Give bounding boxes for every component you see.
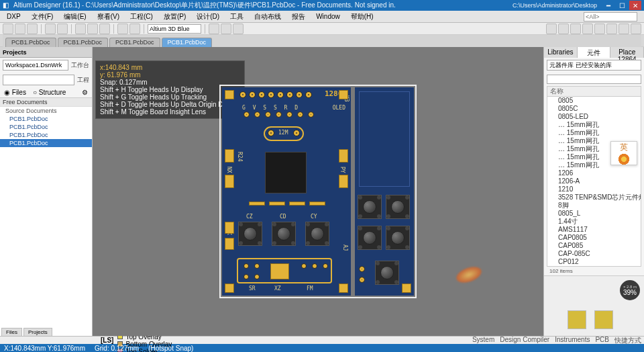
list-item[interactable]: 0805_L bbox=[547, 210, 641, 218]
menu-tools[interactable]: 工具 bbox=[226, 11, 248, 23]
menu-design[interactable]: 设计(D) bbox=[193, 11, 223, 23]
status-bar: X:140.843mm Y:61.976mm Grid: 0.127mm (Ho… bbox=[0, 344, 644, 352]
menu-place[interactable]: 放置(P) bbox=[160, 11, 190, 23]
doc-tab-strip: PCB1.PcbDoc PCB1.PcbDoc PCB1.PcbDoc PCB1… bbox=[0, 35, 644, 47]
list-item[interactable]: CAP-085C bbox=[547, 250, 641, 258]
library-filter[interactable] bbox=[547, 75, 641, 84]
tree-source-docs[interactable]: Source Documents bbox=[0, 107, 92, 115]
preview-swatch-1[interactable] bbox=[568, 310, 586, 329]
list-item[interactable]: 1206-A bbox=[547, 177, 641, 185]
tree-free-documents[interactable]: Free Documents bbox=[0, 98, 92, 107]
list-item[interactable]: 0805C bbox=[547, 105, 641, 113]
list-item[interactable]: AMS1117 bbox=[547, 226, 641, 234]
window-buttons: ━ ☐ ✕ bbox=[602, 1, 641, 10]
tb-redo[interactable] bbox=[129, 24, 140, 34]
list-item[interactable]: 1210 bbox=[547, 185, 641, 193]
panel-shortcut[interactable]: Instruments bbox=[555, 336, 590, 345]
close-button[interactable]: ✕ bbox=[629, 1, 641, 10]
list-item[interactable]: 3528 TENP&SMD芯片元件焊盘 bbox=[547, 193, 641, 202]
tb-paste[interactable] bbox=[99, 24, 110, 34]
rtab-place[interactable]: Place 12864 bbox=[610, 47, 644, 58]
tree-node-3[interactable]: PCB1.PcbDoc bbox=[0, 139, 92, 147]
panel-shortcut[interactable]: 快捷方式 bbox=[614, 336, 641, 345]
list-item[interactable]: 8脚 bbox=[547, 202, 641, 210]
project-combo[interactable] bbox=[3, 75, 74, 85]
filter-structure[interactable]: ○ Structure bbox=[33, 89, 66, 96]
filter-files[interactable]: ◉ Files bbox=[4, 89, 26, 96]
panel-shortcut[interactable]: PCB bbox=[595, 336, 609, 345]
status-grid: Grid: 0.127mm bbox=[95, 345, 139, 352]
menu-view[interactable]: 察看(V) bbox=[93, 11, 123, 23]
menu-search-input[interactable] bbox=[584, 12, 637, 21]
rtab-libraries[interactable]: Libraries bbox=[544, 47, 578, 58]
btn-b1 bbox=[358, 195, 382, 219]
list-item[interactable]: CAP085 bbox=[547, 242, 641, 250]
list-item[interactable]: 0805-LED bbox=[547, 113, 641, 121]
panel-shortcut[interactable]: Design Compiler bbox=[500, 336, 549, 345]
library-combo[interactable]: 元器件库 已经安装的库 bbox=[547, 60, 641, 71]
tb-save[interactable] bbox=[27, 24, 38, 34]
list-item[interactable]: 1.44寸 bbox=[547, 218, 641, 226]
doc-tab-0[interactable]: PCB1.PcbDoc bbox=[5, 38, 56, 47]
tb-place-text[interactable] bbox=[582, 24, 593, 34]
doc-tab-1[interactable]: PCB1.PcbDoc bbox=[58, 38, 109, 47]
tb-cut[interactable] bbox=[75, 24, 86, 34]
tb-print[interactable] bbox=[45, 24, 56, 34]
menu-reports[interactable]: 报告 bbox=[288, 11, 309, 23]
ime-flower-icon bbox=[611, 153, 637, 165]
tb-open[interactable] bbox=[15, 24, 25, 34]
list-item[interactable]: … 15mm网孔 bbox=[547, 121, 641, 129]
menu-project[interactable]: 工程(C) bbox=[126, 11, 157, 23]
menu-bar: DXP 文件(F) 编辑(E) 察看(V) 工程(C) 放置(P) 设计(D) … bbox=[0, 11, 644, 23]
tb-new[interactable] bbox=[3, 24, 13, 34]
left-tab-projects[interactable]: Projects bbox=[23, 328, 52, 336]
menu-autoroute[interactable]: 自动布线 bbox=[250, 11, 285, 23]
tree-node-0[interactable]: PCB1.PcbDoc bbox=[0, 115, 92, 123]
doc-tab-3[interactable]: PCB1.PcbDoc bbox=[162, 38, 213, 47]
tb-move[interactable] bbox=[631, 24, 641, 34]
component-list[interactable]: 名称 08050805C0805-LED… 15mm网孔… 15mm网孔… 15… bbox=[547, 86, 641, 267]
list-item[interactable]: … 15mm网孔 bbox=[547, 129, 641, 137]
tb-place-line[interactable] bbox=[546, 24, 557, 34]
rtab-components[interactable]: 元件 bbox=[578, 47, 611, 58]
menu-dxp[interactable]: DXP bbox=[3, 11, 25, 21]
button-cz bbox=[238, 222, 262, 246]
preview-swatch-2[interactable] bbox=[594, 310, 613, 329]
tree-node-1[interactable]: PCB1.PcbDoc bbox=[0, 123, 92, 131]
menu-window[interactable]: Window bbox=[312, 11, 344, 21]
tb-place-poly[interactable] bbox=[594, 24, 605, 34]
list-item[interactable]: CP012 bbox=[547, 258, 641, 266]
left-tab-files[interactable]: Files bbox=[1, 328, 22, 336]
tb-measure[interactable] bbox=[606, 24, 617, 34]
menu-file[interactable]: 文件(F) bbox=[28, 11, 58, 23]
doc-tab-2[interactable]: PCB1.PcbDoc bbox=[109, 38, 160, 47]
ime-badge[interactable]: 英 bbox=[610, 141, 637, 165]
list-item[interactable]: CAP0805 bbox=[547, 234, 641, 242]
list-item[interactable]: 0805 bbox=[547, 97, 641, 105]
maximize-button[interactable]: ☐ bbox=[616, 1, 628, 10]
tb-3d[interactable] bbox=[233, 24, 244, 34]
layer-ls[interactable]: [LS] bbox=[101, 337, 113, 344]
workspace-combo[interactable]: Workspace1.DsnWrk bbox=[3, 60, 68, 71]
view-mode-select[interactable]: Altium 3D Blue bbox=[148, 24, 201, 34]
menu-edit[interactable]: 编辑(E) bbox=[60, 11, 90, 23]
pcb-3d-canvas[interactable]: 12864 G V S S R D OLED K3 /*rendered bel… bbox=[93, 47, 543, 336]
tb-undo[interactable] bbox=[117, 24, 128, 34]
tb-layer[interactable] bbox=[221, 24, 231, 34]
menu-help[interactable]: 帮助(H) bbox=[347, 11, 378, 23]
project-tree[interactable]: Free Documents Source Documents PCB1.Pcb… bbox=[0, 97, 92, 336]
tb-select[interactable] bbox=[619, 24, 629, 34]
list-item[interactable]: 1206 bbox=[547, 169, 641, 177]
tb-place-via[interactable] bbox=[558, 24, 569, 34]
minimize-button[interactable]: ━ bbox=[602, 1, 614, 10]
right-tabs: Libraries 元件 Place 12864 bbox=[544, 47, 644, 58]
zoom-dial[interactable]: × 2.8 m 39% bbox=[620, 280, 640, 300]
tb-zoom[interactable] bbox=[57, 24, 68, 34]
tb-place-pad[interactable] bbox=[570, 24, 581, 34]
button-cd bbox=[272, 222, 296, 246]
panel-shortcut[interactable]: System bbox=[472, 336, 494, 345]
tb-copy[interactable] bbox=[87, 24, 98, 34]
filter-settings-icon[interactable]: ⚙ bbox=[82, 89, 88, 96]
tb-grid[interactable] bbox=[209, 24, 219, 34]
tree-node-2[interactable]: PCB1.PcbDoc bbox=[0, 131, 92, 139]
